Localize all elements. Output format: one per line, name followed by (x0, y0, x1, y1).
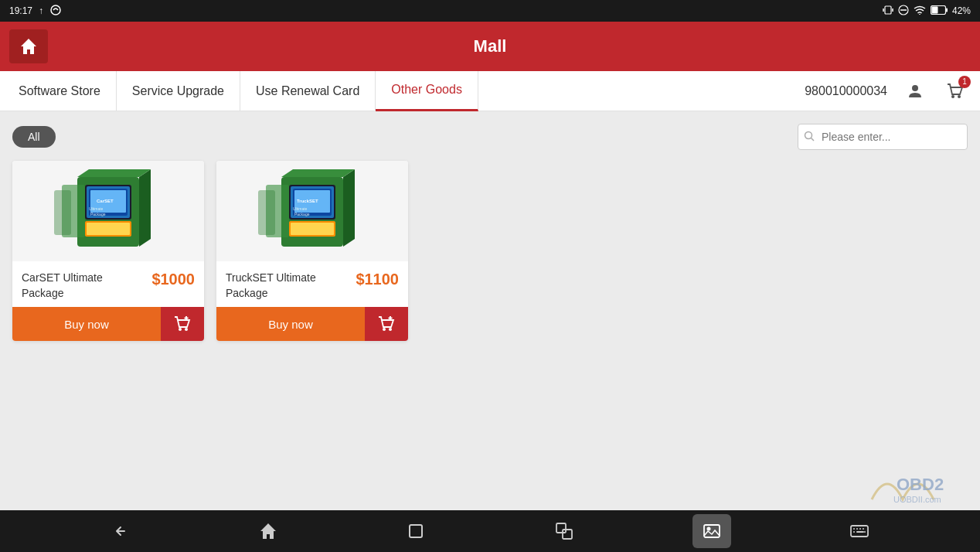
svg-point-30 (185, 328, 188, 331)
nav-right: 980010000034 1 (805, 79, 968, 104)
tab-software-store[interactable]: Software Store (12, 71, 117, 111)
product-grid: CarSET Ultimate Package CarSET Ultimate … (12, 161, 968, 341)
keyboard-button[interactable] (840, 514, 879, 548)
page-title: Mall (474, 36, 507, 56)
search-wrap (798, 124, 968, 150)
carset-product-price: $1000 (151, 271, 195, 288)
svg-rect-54 (704, 525, 720, 537)
vibrate-icon (883, 5, 893, 18)
carset-product-image: CarSET Ultimate Package (50, 165, 166, 257)
svg-text:TruckSET: TruckSET (297, 199, 318, 203)
truckset-product-actions: Buy now (216, 307, 408, 341)
search-input[interactable] (798, 124, 968, 150)
truckset-product-image: TruckSET Ultimate Package (254, 165, 370, 257)
svg-point-6 (919, 14, 920, 15)
svg-text:CarSET: CarSET (97, 199, 114, 203)
carset-buy-now-button[interactable]: Buy now (12, 307, 161, 341)
truckset-product-info: TruckSET Ultimate Package $1100 (216, 261, 408, 307)
svg-point-29 (179, 328, 182, 331)
svg-point-55 (706, 527, 710, 531)
svg-point-47 (383, 328, 386, 331)
content-area: All (0, 111, 980, 510)
filter-row: All (12, 124, 968, 150)
truckset-add-cart-button[interactable] (365, 307, 408, 341)
status-time: 19:17 (9, 5, 32, 16)
svg-point-12 (958, 95, 961, 98)
recent-apps-button[interactable] (396, 514, 435, 548)
svg-rect-43 (258, 190, 275, 235)
carset-product-name: CarSET Ultimate Package (22, 271, 122, 301)
status-signal-icon (49, 4, 62, 19)
bottom-home-button[interactable] (249, 514, 288, 548)
product-image-truckset: TruckSET Ultimate Package (216, 161, 408, 261)
svg-point-11 (951, 95, 954, 98)
svg-text:Package: Package (294, 212, 310, 216)
svg-rect-23 (87, 223, 130, 235)
svg-marker-34 (343, 169, 355, 247)
do-not-disturb-icon (898, 5, 909, 18)
wifi-icon (914, 5, 926, 17)
product-card-carset: CarSET Ultimate Package CarSET Ultimate … (12, 161, 204, 341)
truckset-product-price: $1100 (356, 271, 399, 288)
gallery-button[interactable] (692, 514, 731, 548)
account-id: 980010000034 (805, 84, 887, 98)
svg-rect-41 (291, 223, 334, 235)
svg-point-10 (912, 85, 918, 91)
nav-tabs: Software Store Service Upgrade Use Renew… (0, 71, 980, 111)
truckset-buy-now-button[interactable]: Buy now (216, 307, 365, 341)
svg-point-48 (389, 328, 392, 331)
status-left: 19:17 ↑ (9, 4, 62, 19)
app-header: Mall (0, 22, 980, 71)
cart-button[interactable]: 1 (943, 79, 968, 104)
svg-text:Ultimate: Ultimate (89, 206, 104, 211)
svg-rect-8 (946, 8, 948, 12)
cart-badge: 1 (958, 76, 971, 88)
svg-rect-9 (931, 6, 937, 13)
svg-rect-51 (410, 525, 422, 537)
carset-product-actions: Buy now (12, 307, 204, 341)
home-button[interactable] (9, 29, 48, 63)
svg-point-13 (805, 131, 812, 138)
svg-point-0 (51, 5, 60, 15)
svg-marker-16 (139, 169, 151, 247)
status-right: 42% (883, 5, 971, 18)
svg-rect-1 (885, 6, 891, 14)
carset-add-cart-button[interactable] (161, 307, 204, 341)
user-button[interactable] (903, 79, 927, 104)
svg-line-14 (812, 138, 815, 141)
battery-percent: 42% (952, 5, 971, 16)
svg-rect-25 (54, 190, 71, 235)
product-image-carset: CarSET Ultimate Package (12, 161, 204, 261)
tab-other-goods[interactable]: Other Goods (376, 71, 478, 111)
product-card-truckset: TruckSET Ultimate Package TruckSET Ultim… (216, 161, 408, 341)
svg-rect-53 (563, 530, 572, 539)
tab-service-upgrade[interactable]: Service Upgrade (117, 71, 240, 111)
back-button[interactable] (101, 514, 140, 548)
carset-product-info: CarSET Ultimate Package $1000 (12, 261, 204, 307)
search-icon (804, 131, 815, 144)
svg-text:Package: Package (90, 212, 106, 216)
svg-marker-17 (77, 169, 151, 177)
svg-rect-52 (556, 523, 566, 533)
truckset-product-name: TruckSET Ultimate Package (226, 271, 326, 301)
battery-icon (931, 5, 948, 17)
status-upload-icon: ↑ (39, 5, 43, 16)
status-bar: 19:17 ↑ 42% (0, 0, 980, 22)
multi-window-button[interactable] (545, 514, 584, 548)
tab-use-renewal-card[interactable]: Use Renewal Card (240, 71, 376, 111)
filter-all-button[interactable]: All (12, 126, 56, 148)
svg-marker-35 (281, 169, 355, 177)
svg-text:Ultimate: Ultimate (293, 206, 308, 211)
bottom-nav (0, 510, 980, 552)
